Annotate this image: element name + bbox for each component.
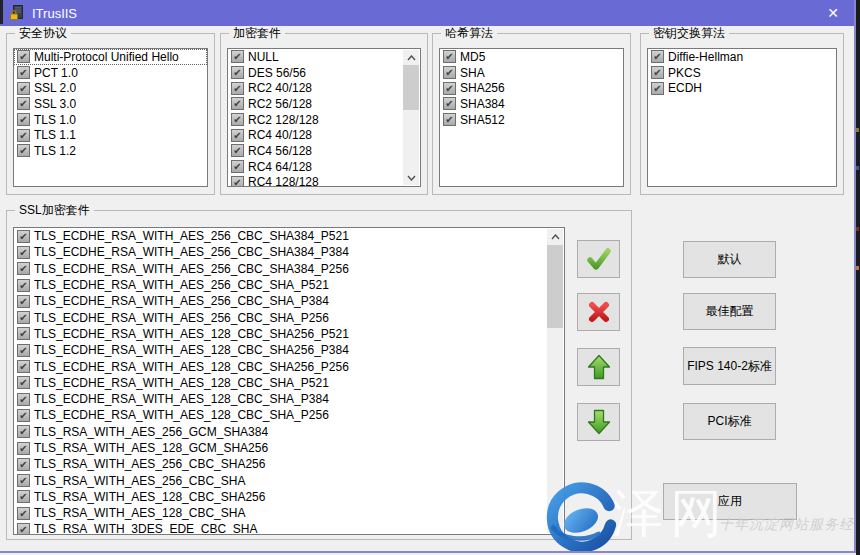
remove-button[interactable] bbox=[577, 293, 620, 331]
checkbox-checked-icon[interactable]: ✔ bbox=[17, 66, 30, 79]
list-item[interactable]: ✔NULL bbox=[228, 49, 420, 65]
checkbox-checked-icon[interactable]: ✔ bbox=[17, 360, 30, 373]
list-item[interactable]: ✔TLS_RSA_WITH_AES_128_CBC_SHA256 bbox=[14, 489, 564, 505]
scroll-up-icon[interactable] bbox=[403, 50, 419, 65]
checkbox-checked-icon[interactable]: ✔ bbox=[17, 144, 30, 157]
scroll-up-icon[interactable] bbox=[547, 229, 563, 244]
checkbox-checked-icon[interactable]: ✔ bbox=[17, 246, 30, 259]
pci-standard-button[interactable]: PCI标准 bbox=[683, 403, 776, 440]
checkbox-checked-icon[interactable]: ✔ bbox=[443, 82, 456, 95]
checkbox-checked-icon[interactable]: ✔ bbox=[231, 129, 244, 142]
list-item[interactable]: ✔TLS_ECDHE_RSA_WITH_AES_256_CBC_SHA_P384 bbox=[14, 293, 564, 309]
keyex-list[interactable]: ✔Diffie-Hellman✔PKCS✔ECDH bbox=[647, 48, 837, 187]
checkbox-checked-icon[interactable]: ✔ bbox=[17, 393, 30, 406]
list-item[interactable]: ✔SHA bbox=[440, 65, 623, 81]
checkbox-checked-icon[interactable]: ✔ bbox=[231, 82, 244, 95]
list-item[interactable]: ✔MD5 bbox=[440, 49, 623, 65]
checkbox-checked-icon[interactable]: ✔ bbox=[17, 97, 30, 110]
list-item[interactable]: ✔TLS 1.0 bbox=[14, 112, 207, 128]
checkbox-checked-icon[interactable]: ✔ bbox=[443, 97, 456, 110]
checkbox-checked-icon[interactable]: ✔ bbox=[17, 129, 30, 142]
checkbox-checked-icon[interactable]: ✔ bbox=[651, 82, 664, 95]
checkbox-checked-icon[interactable]: ✔ bbox=[231, 113, 244, 126]
list-item[interactable]: ✔TLS_RSA_WITH_AES_256_CBC_SHA256 bbox=[14, 456, 564, 472]
apply-button[interactable]: 应用 bbox=[663, 483, 797, 520]
checkbox-checked-icon[interactable]: ✔ bbox=[17, 327, 30, 340]
list-item[interactable]: ✔SSL 3.0 bbox=[14, 96, 207, 112]
close-icon[interactable]: ✕ bbox=[818, 0, 848, 26]
checkbox-checked-icon[interactable]: ✔ bbox=[651, 66, 664, 79]
list-item[interactable]: ✔TLS_ECDHE_RSA_WITH_AES_128_CBC_SHA_P384 bbox=[14, 391, 564, 407]
checkbox-checked-icon[interactable]: ✔ bbox=[231, 66, 244, 79]
checkbox-checked-icon[interactable]: ✔ bbox=[17, 82, 30, 95]
list-item[interactable]: ✔RC4 64/128 bbox=[228, 159, 420, 175]
scrollbar-thumb[interactable] bbox=[403, 65, 419, 110]
checkbox-checked-icon[interactable]: ✔ bbox=[443, 66, 456, 79]
list-item[interactable]: ✔TLS_ECDHE_RSA_WITH_AES_256_CBC_SHA384_P… bbox=[14, 228, 564, 244]
list-item[interactable]: ✔PCT 1.0 bbox=[14, 65, 207, 81]
list-item[interactable]: ✔Diffie-Hellman bbox=[648, 49, 836, 65]
checkbox-checked-icon[interactable]: ✔ bbox=[231, 50, 244, 63]
list-item[interactable]: ✔RC4 128/128 bbox=[228, 175, 420, 188]
ciphers-scrollbar[interactable] bbox=[403, 50, 419, 185]
list-item[interactable]: ✔SSL 2.0 bbox=[14, 80, 207, 96]
list-item[interactable]: ✔TLS_ECDHE_RSA_WITH_AES_256_CBC_SHA384_P… bbox=[14, 261, 564, 277]
list-item[interactable]: ✔TLS_ECDHE_RSA_WITH_AES_128_CBC_SHA_P521 bbox=[14, 375, 564, 391]
list-item[interactable]: ✔ECDH bbox=[648, 80, 836, 96]
checkbox-checked-icon[interactable]: ✔ bbox=[17, 474, 30, 487]
list-item[interactable]: ✔PKCS bbox=[648, 65, 836, 81]
checkbox-checked-icon[interactable]: ✔ bbox=[17, 376, 30, 389]
checkbox-checked-icon[interactable]: ✔ bbox=[17, 523, 30, 535]
list-item[interactable]: ✔SHA384 bbox=[440, 96, 623, 112]
checkbox-checked-icon[interactable]: ✔ bbox=[231, 160, 244, 173]
checkbox-checked-icon[interactable]: ✔ bbox=[231, 176, 244, 187]
list-item[interactable]: ✔TLS_ECDHE_RSA_WITH_AES_256_CBC_SHA384_P… bbox=[14, 244, 564, 260]
list-item[interactable]: ✔DES 56/56 bbox=[228, 65, 420, 81]
checkbox-checked-icon[interactable]: ✔ bbox=[231, 97, 244, 110]
checkbox-checked-icon[interactable]: ✔ bbox=[17, 425, 30, 438]
list-item[interactable]: ✔TLS_RSA_WITH_AES_256_CBC_SHA bbox=[14, 472, 564, 488]
list-item[interactable]: ✔SHA512 bbox=[440, 112, 623, 128]
checkbox-checked-icon[interactable]: ✔ bbox=[17, 50, 30, 63]
list-item[interactable]: ✔RC2 56/128 bbox=[228, 96, 420, 112]
checkbox-checked-icon[interactable]: ✔ bbox=[17, 409, 30, 422]
checkbox-checked-icon[interactable]: ✔ bbox=[17, 311, 30, 324]
list-item[interactable]: ✔SHA256 bbox=[440, 80, 623, 96]
list-item[interactable]: ✔TLS_ECDHE_RSA_WITH_AES_256_CBC_SHA_P521 bbox=[14, 277, 564, 293]
list-item[interactable]: ✔TLS_RSA_WITH_AES_256_GCM_SHA384 bbox=[14, 424, 564, 440]
list-item[interactable]: ✔TLS_ECDHE_RSA_WITH_AES_128_CBC_SHA_P256 bbox=[14, 407, 564, 423]
ciphers-list[interactable]: ✔NULL✔DES 56/56✔RC2 40/128✔RC2 56/128✔RC… bbox=[227, 48, 421, 187]
list-item[interactable]: ✔RC2 40/128 bbox=[228, 80, 420, 96]
checkbox-checked-icon[interactable]: ✔ bbox=[17, 458, 30, 471]
checkbox-checked-icon[interactable]: ✔ bbox=[17, 230, 30, 243]
list-item[interactable]: ✔TLS_RSA_WITH_3DES_EDE_CBC_SHA bbox=[14, 521, 564, 535]
checkbox-checked-icon[interactable]: ✔ bbox=[651, 50, 664, 63]
default-button[interactable]: 默认 bbox=[683, 241, 776, 278]
checkbox-checked-icon[interactable]: ✔ bbox=[17, 507, 30, 520]
list-item[interactable]: ✔TLS_RSA_WITH_AES_128_GCM_SHA256 bbox=[14, 440, 564, 456]
list-item[interactable]: ✔TLS_ECDHE_RSA_WITH_AES_256_CBC_SHA_P256 bbox=[14, 309, 564, 325]
list-item[interactable]: ✔RC4 40/128 bbox=[228, 127, 420, 143]
list-item[interactable]: ✔TLS_ECDHE_RSA_WITH_AES_128_CBC_SHA256_P… bbox=[14, 342, 564, 358]
checkbox-checked-icon[interactable]: ✔ bbox=[17, 113, 30, 126]
protocols-list[interactable]: ✔Multi-Protocol Unified Hello✔PCT 1.0✔SS… bbox=[13, 48, 208, 187]
confirm-button[interactable] bbox=[577, 240, 620, 278]
checkbox-checked-icon[interactable]: ✔ bbox=[17, 490, 30, 503]
checkbox-checked-icon[interactable]: ✔ bbox=[231, 144, 244, 157]
list-item[interactable]: ✔TLS 1.1 bbox=[14, 127, 207, 143]
fips-standard-button[interactable]: FIPS 140-2标准 bbox=[683, 347, 776, 385]
move-up-button[interactable] bbox=[577, 348, 620, 386]
checkbox-checked-icon[interactable]: ✔ bbox=[443, 50, 456, 63]
scrollbar-thumb[interactable] bbox=[547, 245, 563, 328]
list-item[interactable]: ✔RC4 56/128 bbox=[228, 143, 420, 159]
list-item[interactable]: ✔RC2 128/128 bbox=[228, 112, 420, 128]
scroll-down-icon[interactable] bbox=[403, 170, 419, 185]
checkbox-checked-icon[interactable]: ✔ bbox=[17, 344, 30, 357]
move-down-button[interactable] bbox=[577, 403, 620, 441]
list-item[interactable]: ✔Multi-Protocol Unified Hello bbox=[14, 49, 207, 65]
checkbox-checked-icon[interactable]: ✔ bbox=[17, 279, 30, 292]
checkbox-checked-icon[interactable]: ✔ bbox=[17, 262, 30, 275]
checkbox-checked-icon[interactable]: ✔ bbox=[17, 442, 30, 455]
list-item[interactable]: ✔TLS_RSA_WITH_AES_128_CBC_SHA bbox=[14, 505, 564, 521]
list-item[interactable]: ✔TLS_ECDHE_RSA_WITH_AES_128_CBC_SHA256_P… bbox=[14, 358, 564, 374]
